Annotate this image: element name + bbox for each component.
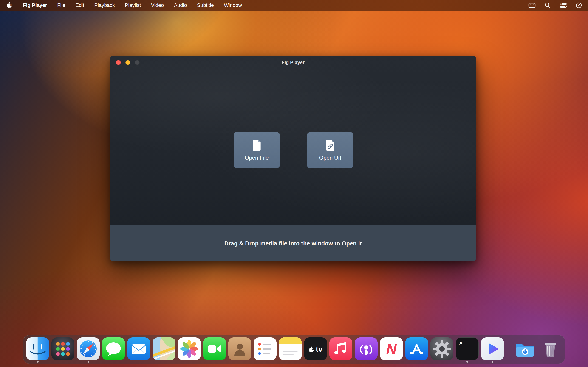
appstore-icon — [405, 337, 428, 360]
music-icon — [329, 337, 352, 360]
apple-menu[interactable] — [6, 2, 12, 8]
dock-item-tv[interactable]: tv — [304, 337, 327, 363]
dock-item-launchpad[interactable] — [52, 337, 74, 363]
zoom-button[interactable] — [135, 60, 140, 65]
traffic-lights — [116, 60, 144, 65]
dock-item-fig-player[interactable] — [481, 337, 504, 363]
menu-bar: Fig Player File Edit Playback Playlist V… — [0, 0, 588, 10]
dock-item-settings[interactable] — [431, 337, 453, 363]
settings-gear-icon — [431, 337, 453, 360]
menu-bar-status — [519, 2, 588, 8]
open-url-button[interactable]: Open Url — [307, 132, 353, 168]
dock-item-facetime[interactable] — [203, 337, 226, 363]
reminders-icon — [254, 337, 277, 360]
menu-bar-left: Fig Player File Edit Playback Playlist V… — [0, 2, 247, 8]
terminal-icon: >_ — [456, 337, 479, 360]
finder-icon — [26, 337, 49, 360]
menu-window[interactable]: Window — [224, 2, 242, 8]
close-button[interactable] — [116, 60, 121, 65]
running-indicator — [87, 361, 89, 363]
dock-item-mail[interactable] — [127, 337, 150, 363]
running-indicator — [467, 361, 468, 363]
control-center-icon[interactable] — [560, 3, 567, 8]
running-indicator — [492, 361, 493, 363]
window-titlebar[interactable]: Fig Player — [110, 56, 476, 69]
dock-item-photos[interactable] — [178, 337, 201, 363]
contacts-icon — [228, 337, 251, 360]
messages-icon — [102, 337, 125, 360]
dock-item-downloads[interactable] — [514, 337, 536, 363]
news-glyph: N — [380, 337, 403, 360]
dock-item-contacts[interactable] — [228, 337, 251, 363]
dock-item-music[interactable] — [329, 337, 352, 363]
dock-separator — [509, 338, 509, 359]
gauge-icon[interactable] — [576, 2, 582, 8]
tv-icon: tv — [304, 337, 327, 360]
menu-playback[interactable]: Playback — [95, 2, 115, 8]
menu-edit[interactable]: Edit — [76, 2, 84, 8]
mail-icon — [127, 337, 150, 360]
dock-item-maps[interactable] — [153, 337, 175, 363]
open-url-label: Open Url — [319, 155, 341, 161]
terminal-prompt-glyph: >_ — [459, 340, 466, 346]
tv-glyph: tv — [316, 345, 322, 353]
dock-item-messages[interactable] — [102, 337, 125, 363]
apple-icon — [6, 2, 12, 8]
dock-item-safari[interactable] — [77, 337, 100, 363]
minimize-button[interactable] — [125, 60, 130, 65]
facetime-icon — [203, 337, 226, 360]
menu-file[interactable]: File — [57, 2, 65, 8]
fig-player-icon — [481, 337, 504, 360]
dock-item-trash[interactable] — [539, 337, 562, 363]
dock-item-news[interactable]: N — [380, 337, 403, 363]
link-icon — [326, 140, 335, 151]
safari-icon — [77, 337, 100, 360]
file-icon — [252, 140, 262, 151]
trash-icon — [539, 337, 562, 360]
news-icon: N — [380, 337, 403, 360]
podcasts-icon — [355, 337, 378, 360]
open-file-label: Open File — [245, 155, 268, 161]
desktop: Fig Player File Edit Playback Playlist V… — [0, 0, 588, 367]
dock-item-finder[interactable] — [26, 337, 49, 363]
dock-item-podcasts[interactable] — [355, 337, 378, 363]
dock-item-notes[interactable] — [279, 337, 302, 363]
app-menu-title[interactable]: Fig Player — [23, 2, 47, 8]
dock-item-terminal[interactable]: >_ — [456, 337, 479, 363]
apple-logo-icon — [309, 346, 314, 353]
running-indicator — [37, 361, 39, 363]
maps-icon — [153, 337, 175, 360]
notes-icon — [279, 337, 302, 360]
downloads-folder-icon — [514, 337, 536, 360]
menu-video[interactable]: Video — [151, 2, 164, 8]
fig-player-window: Fig Player Open File — [110, 56, 476, 261]
keyboard-icon[interactable] — [528, 2, 536, 8]
search-icon[interactable] — [544, 2, 551, 8]
dock: tv — [23, 335, 565, 364]
open-file-button[interactable]: Open File — [233, 132, 280, 168]
launchpad-icon — [52, 337, 74, 360]
photos-icon — [178, 337, 201, 360]
drop-hint-text: Drag & Drop media file into the window t… — [225, 240, 362, 247]
dock-item-reminders[interactable] — [254, 337, 277, 363]
dock-item-appstore[interactable] — [405, 337, 428, 363]
menu-audio[interactable]: Audio — [174, 2, 187, 8]
window-title: Fig Player — [110, 56, 476, 69]
window-footer: Drag & Drop media file into the window t… — [110, 225, 476, 261]
menu-playlist[interactable]: Playlist — [125, 2, 141, 8]
menu-subtitle[interactable]: Subtitle — [197, 2, 214, 8]
